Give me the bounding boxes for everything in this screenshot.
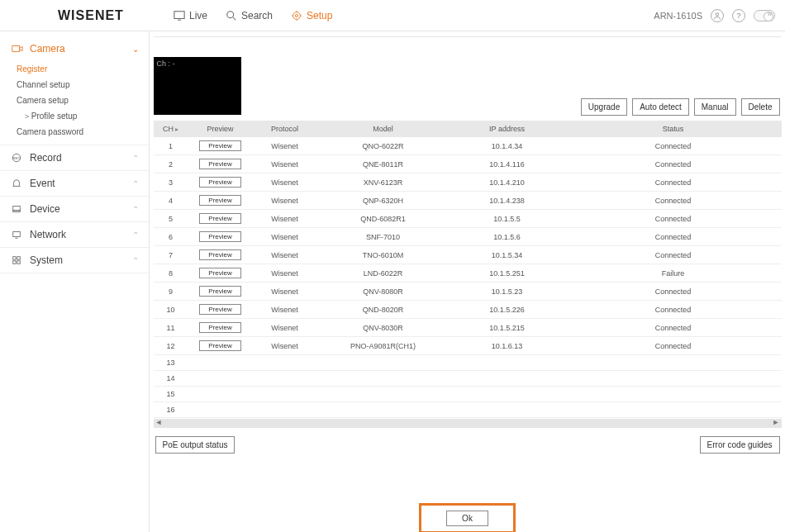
toolbar: Upgrade Auto detect Manual Delete	[154, 98, 782, 116]
header-bar: WISENET Live Search Setup ARN-1610S ?	[0, 0, 785, 31]
tab-live[interactable]: Live	[174, 10, 207, 21]
table-row[interactable]: 2PreviewWisenetQNE-8011R10.1.4.116Connec…	[154, 155, 782, 173]
poe-status-button[interactable]: PoE output status	[155, 436, 236, 454]
table-row[interactable]: 5PreviewWisenetQND-6082R110.1.5.5Connect…	[154, 210, 782, 228]
preview-button[interactable]: Preview	[199, 140, 240, 151]
table-row[interactable]: 12PreviewWisenetPNO-A9081R(CH1)10.1.6.13…	[154, 337, 782, 355]
sidebar-profile-setup[interactable]: Profile setup	[17, 108, 149, 124]
camera-icon	[12, 44, 25, 54]
sidebar-network[interactable]: Network ⌃	[0, 222, 149, 247]
user-icon[interactable]	[711, 9, 724, 22]
upgrade-button[interactable]: Upgrade	[581, 98, 627, 116]
table-row[interactable]: 3PreviewWisenetXNV-6123R10.1.4.210Connec…	[154, 173, 782, 192]
preview-button[interactable]: Preview	[199, 268, 240, 278]
sidebar-channel-setup[interactable]: Channel setup	[17, 77, 149, 93]
sidebar-camera-setup[interactable]: Camera setup	[17, 93, 149, 108]
cell-status: Connected	[565, 337, 782, 355]
col-ip: IP address	[450, 121, 565, 137]
sidebar-system[interactable]: System ⌃	[0, 248, 149, 273]
table-row[interactable]: 8PreviewWisenetLND-6022R10.1.5.251Failur…	[154, 264, 782, 283]
main-content: Ch : - Upgrade Auto detect Manual Delete…	[149, 31, 785, 532]
table-row[interactable]: 10PreviewWisenetQND-8020R10.1.5.226Conne…	[154, 301, 782, 319]
cell-model: QND-6082R1	[317, 210, 450, 228]
search-icon	[226, 10, 237, 21]
cell-ch: 6	[154, 228, 188, 246]
preview-button[interactable]: Preview	[199, 322, 240, 333]
cell-ch: 5	[154, 210, 188, 228]
cell-ip: 10.1.5.6	[450, 228, 565, 246]
preview-button[interactable]: Preview	[199, 340, 240, 351]
header-right: ARN-1610S ?	[654, 9, 775, 22]
sidebar-network-label: Network	[30, 229, 66, 240]
cell-protocol: Wisenet	[253, 337, 317, 355]
toggle-switch[interactable]	[754, 10, 775, 21]
cell-ip: 10.1.5.34	[450, 246, 565, 264]
svg-point-2	[227, 11, 234, 17]
svg-rect-14	[13, 207, 21, 211]
cell-ip: 10.1.4.116	[450, 155, 565, 173]
table-row[interactable]: 1PreviewWisenetQNO-6022R10.1.4.34Connect…	[154, 137, 782, 155]
svg-rect-0	[174, 11, 184, 18]
table-row[interactable]: 11PreviewWisenetQNV-8030R10.1.5.215Conne…	[154, 319, 782, 337]
gear-icon	[291, 10, 302, 21]
chevron-up-icon: ⌃	[132, 205, 139, 214]
preview-button[interactable]: Preview	[199, 213, 240, 224]
cell-ip: 10.1.4.210	[450, 173, 565, 192]
preview-button[interactable]: Preview	[199, 286, 240, 297]
horizontal-scrollbar[interactable]	[154, 419, 782, 428]
table-row[interactable]: 4PreviewWisenetQNP-6320H10.1.4.238Connec…	[154, 192, 782, 210]
cell-model: TNO-6010M	[317, 246, 450, 264]
cell-model: QNO-6022R	[317, 137, 450, 155]
table-row[interactable]: 15	[154, 387, 782, 402]
table-row[interactable]: 9PreviewWisenetQNV-8080R10.1.5.23Connect…	[154, 283, 782, 301]
cell-model: QNE-8011R	[317, 155, 450, 173]
sidebar-event[interactable]: Event ⌃	[0, 171, 149, 196]
preview-button[interactable]: Preview	[199, 304, 240, 315]
ok-button[interactable]: Ok	[446, 511, 488, 526]
sidebar-device[interactable]: Device ⌃	[0, 197, 149, 221]
sidebar-register[interactable]: Register	[17, 61, 149, 77]
delete-button[interactable]: Delete	[741, 98, 780, 116]
manual-button[interactable]: Manual	[694, 98, 736, 116]
cell-protocol: Wisenet	[253, 192, 317, 210]
table-row[interactable]: 16	[154, 402, 782, 418]
table-row[interactable]: 13	[154, 355, 782, 371]
table-row[interactable]: 7PreviewWisenetTNO-6010M10.1.5.34Connect…	[154, 246, 782, 264]
cell-ch: 16	[154, 402, 188, 418]
sidebar-camera-password[interactable]: Camera password	[17, 124, 149, 140]
col-ch[interactable]: CH▸	[154, 121, 188, 137]
cell-model: QNV-8030R	[317, 319, 450, 337]
tab-search-label: Search	[241, 10, 273, 21]
cell-model: LND-6022R	[317, 264, 450, 283]
cell-model: QND-8020R	[317, 301, 450, 319]
sidebar-camera-label: Camera	[30, 43, 65, 55]
svg-rect-16	[13, 232, 21, 237]
sidebar-camera-sub: Register Channel setup Camera setup Prof…	[0, 61, 149, 145]
cell-protocol: Wisenet	[253, 228, 317, 246]
cell-status: Failure	[565, 264, 782, 283]
preview-button[interactable]: Preview	[199, 177, 240, 188]
tab-setup[interactable]: Setup	[291, 10, 332, 21]
tab-search[interactable]: Search	[226, 10, 273, 21]
help-icon[interactable]: ?	[732, 9, 745, 22]
error-guides-button[interactable]: Error code guides	[700, 436, 780, 454]
preview-button[interactable]: Preview	[199, 159, 240, 169]
sidebar-camera[interactable]: Camera ⌄	[0, 36, 149, 61]
cell-ip: 10.1.4.34	[450, 137, 565, 155]
sidebar-device-label: Device	[30, 203, 60, 215]
preview-button[interactable]: Preview	[199, 249, 240, 260]
table-row[interactable]: 14	[154, 371, 782, 387]
col-model: Model	[317, 121, 450, 137]
tab-setup-label: Setup	[307, 10, 332, 21]
auto-detect-button[interactable]: Auto detect	[632, 98, 689, 116]
svg-line-3	[233, 17, 236, 20]
cell-protocol: Wisenet	[253, 319, 317, 337]
table-row[interactable]: 6PreviewWisenetSNF-701010.1.5.6Connected	[154, 228, 782, 246]
sidebar-record[interactable]: REC Record ⌃	[0, 145, 149, 170]
cell-status: Connected	[565, 283, 782, 301]
cell-status: Connected	[565, 210, 782, 228]
preview-button[interactable]: Preview	[199, 195, 240, 206]
cell-ip: 10.1.6.13	[450, 337, 565, 355]
cell-status: Connected	[565, 228, 782, 246]
preview-button[interactable]: Preview	[199, 231, 240, 242]
